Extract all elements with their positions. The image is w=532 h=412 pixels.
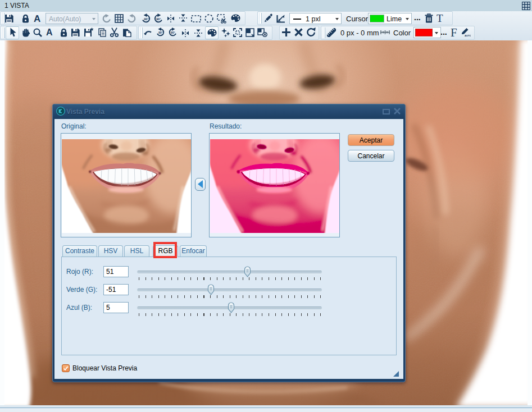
svg-text:90°: 90° — [171, 31, 175, 34]
svg-text:AUTO: AUTO — [465, 34, 471, 37]
svg-text:90°: 90° — [144, 17, 148, 21]
svg-text:90°: 90° — [158, 31, 163, 34]
svg-text:90°: 90° — [156, 17, 161, 21]
